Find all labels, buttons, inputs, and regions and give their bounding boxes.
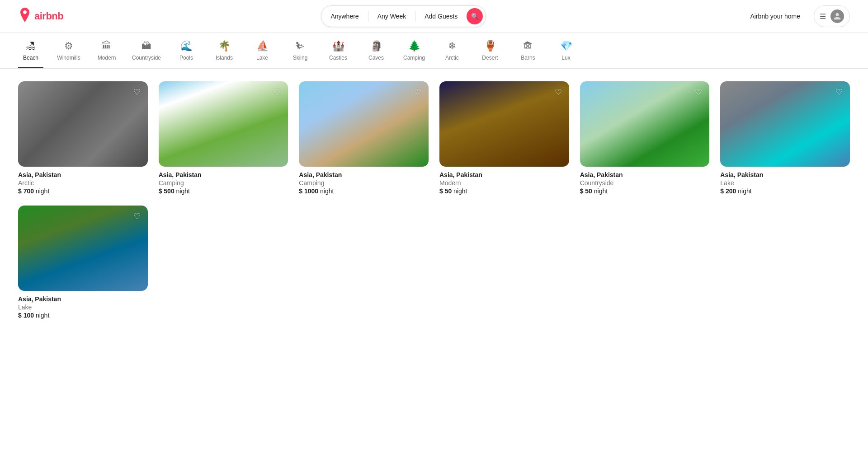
wishlist-button[interactable]: ♡ xyxy=(131,210,143,223)
category-item-skiing[interactable]: ⛷ Skiing xyxy=(288,40,313,68)
listing-price: $ 1000 night xyxy=(299,187,429,195)
logo-text: airbnb xyxy=(34,10,63,22)
listing-image-wrap: ♡ xyxy=(18,206,148,291)
search-icon: 🔍 xyxy=(471,13,479,20)
category-item-beach[interactable]: 🏖 Beach xyxy=(18,40,43,68)
category-label-countryside: Countryside xyxy=(132,55,161,61)
listings-grid: ♡ Asia, Pakistan Arctic $ 700 night ♡ As… xyxy=(0,69,868,332)
listing-image-wrap: ♡ xyxy=(580,81,710,167)
windmills-icon: ⚙ xyxy=(64,40,73,52)
category-label-windmills: Windmills xyxy=(57,55,80,61)
listing-type: Countryside xyxy=(580,179,710,187)
listing-info: Asia, Pakistan Modern $ 50 night xyxy=(439,167,569,195)
listing-card[interactable]: ♡ Asia, Pakistan Lake $ 200 night xyxy=(720,81,850,195)
listing-card[interactable]: ♡ Asia, Pakistan Camping $ 1000 night xyxy=(299,81,429,195)
category-item-caves[interactable]: 🗿 Caves xyxy=(363,40,389,68)
listing-location: Asia, Pakistan xyxy=(18,295,148,303)
airbnb-your-home-link[interactable]: Airbnb your home xyxy=(744,8,807,24)
listing-info: Asia, Pakistan Camping $ 1000 night xyxy=(299,167,429,195)
category-item-castles[interactable]: 🏰 Castles xyxy=(326,40,351,68)
category-nav: 🏖 Beach ⚙ Windmills 🏛 Modern 🏔 Countrysi… xyxy=(0,33,868,69)
heart-icon: ♡ xyxy=(414,87,421,97)
listing-type: Lake xyxy=(18,304,148,311)
listing-image-wrap: ♡ xyxy=(439,81,569,167)
wishlist-button[interactable]: ♡ xyxy=(833,86,845,98)
heart-icon: ♡ xyxy=(133,87,141,97)
wishlist-button[interactable]: ♡ xyxy=(692,86,705,98)
category-label-islands: Islands xyxy=(216,55,233,61)
wishlist-button[interactable]: ♡ xyxy=(271,86,283,98)
category-label-skiing: Skiing xyxy=(293,55,308,61)
category-label-modern: Modern xyxy=(98,55,116,61)
listing-info: Asia, Pakistan Lake $ 100 night xyxy=(18,291,148,319)
listing-card[interactable]: ♡ Asia, Pakistan Camping $ 500 night xyxy=(159,81,288,195)
search-bar: Anywhere Any Week Add Guests 🔍 xyxy=(321,5,486,27)
castles-icon: 🏰 xyxy=(332,40,344,52)
category-item-camping[interactable]: 🌲 Camping xyxy=(401,40,427,68)
listing-location: Asia, Pakistan xyxy=(580,171,710,178)
listing-type: Camping xyxy=(299,179,429,187)
heart-icon: ♡ xyxy=(835,87,843,97)
heart-icon: ♡ xyxy=(555,87,562,97)
category-item-modern[interactable]: 🏛 Modern xyxy=(94,40,119,68)
listing-info: Asia, Pakistan Countryside $ 50 night xyxy=(580,167,710,195)
countryside-icon: 🏔 xyxy=(142,40,151,52)
skiing-icon: ⛷ xyxy=(295,40,305,52)
category-item-lake[interactable]: ⛵ Lake xyxy=(250,40,275,68)
listing-image-wrap: ♡ xyxy=(159,81,288,167)
listing-card[interactable]: ♡ Asia, Pakistan Lake $ 100 night xyxy=(18,206,148,319)
category-label-pools: Pools xyxy=(179,55,193,61)
heart-icon: ♡ xyxy=(274,87,281,97)
listing-info: Asia, Pakistan Arctic $ 700 night xyxy=(18,167,148,195)
camping-icon: 🌲 xyxy=(408,40,420,52)
category-item-pools[interactable]: 🌊 Pools xyxy=(174,40,199,68)
listing-card[interactable]: ♡ Asia, Pakistan Modern $ 50 night xyxy=(439,81,569,195)
listing-type: Lake xyxy=(720,179,850,187)
islands-icon: 🌴 xyxy=(218,40,231,52)
wishlist-button[interactable]: ♡ xyxy=(411,86,424,98)
any-week-button[interactable]: Any Week xyxy=(368,6,415,27)
category-item-windmills[interactable]: ⚙ Windmills xyxy=(56,40,81,68)
listing-image-wrap: ♡ xyxy=(720,81,850,167)
logo[interactable]: airbnb xyxy=(18,8,63,25)
modern-icon: 🏛 xyxy=(102,40,112,52)
listing-location: Asia, Pakistan xyxy=(18,171,148,178)
category-item-barns[interactable]: 🏚 Barns xyxy=(515,40,541,68)
listing-card[interactable]: ♡ Asia, Pakistan Arctic $ 700 night xyxy=(18,81,148,195)
listing-image-wrap: ♡ xyxy=(18,81,148,167)
listing-location: Asia, Pakistan xyxy=(439,171,569,178)
category-item-desert[interactable]: 🏺 Desert xyxy=(477,40,503,68)
category-item-arctic[interactable]: ❄ Arctic xyxy=(439,40,465,68)
listing-price: $ 100 night xyxy=(18,312,148,319)
heart-icon: ♡ xyxy=(695,87,702,97)
listing-price: $ 700 night xyxy=(18,187,148,195)
category-label-lake: Lake xyxy=(256,55,268,61)
category-item-islands[interactable]: 🌴 Islands xyxy=(212,40,237,68)
listing-info: Asia, Pakistan Camping $ 500 night xyxy=(159,167,288,195)
category-item-countryside[interactable]: 🏔 Countryside xyxy=(132,40,161,68)
listing-card[interactable]: ♡ Asia, Pakistan Countryside $ 50 night xyxy=(580,81,710,195)
category-item-lux[interactable]: 💎 Lux xyxy=(553,40,579,68)
user-menu[interactable]: ☰ xyxy=(814,5,850,27)
listing-price: $ 500 night xyxy=(159,187,288,195)
anywhere-button[interactable]: Anywhere xyxy=(321,6,368,27)
listing-type: Modern xyxy=(439,179,569,187)
category-label-beach: Beach xyxy=(23,55,38,61)
lake-icon: ⛵ xyxy=(256,40,269,52)
arctic-icon: ❄ xyxy=(448,40,456,52)
pools-icon: 🌊 xyxy=(180,40,193,52)
search-submit-button[interactable]: 🔍 xyxy=(467,8,483,24)
listing-image-wrap: ♡ xyxy=(299,81,429,167)
category-label-camping: Camping xyxy=(403,55,425,61)
category-label-lux: Lux xyxy=(561,55,570,61)
listing-price: $ 200 night xyxy=(720,187,850,195)
add-guests-button[interactable]: Add Guests xyxy=(415,6,467,27)
barns-icon: 🏚 xyxy=(523,40,533,52)
listing-type: Arctic xyxy=(18,179,148,187)
wishlist-button[interactable]: ♡ xyxy=(131,86,143,98)
listing-location: Asia, Pakistan xyxy=(720,171,850,178)
category-label-desert: Desert xyxy=(482,55,498,61)
listing-location: Asia, Pakistan xyxy=(159,171,288,178)
wishlist-button[interactable]: ♡ xyxy=(552,86,565,98)
heart-icon: ♡ xyxy=(133,211,141,221)
